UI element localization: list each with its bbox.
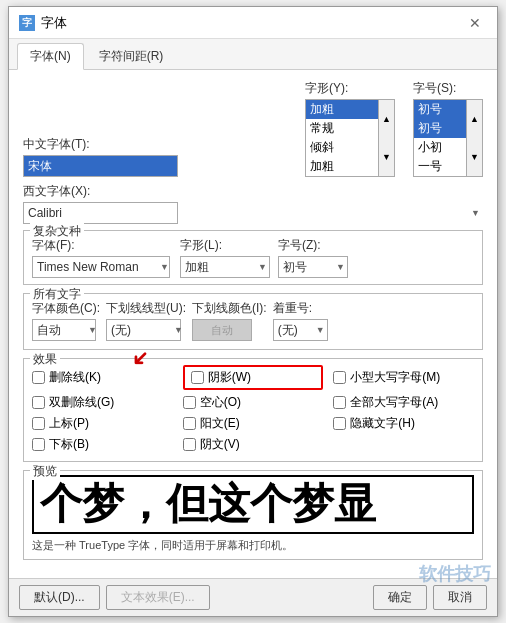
complex-style-select[interactable]: 加粗 <box>180 256 270 278</box>
shadow-checkbox[interactable] <box>191 371 204 384</box>
default-button[interactable]: 默认(D)... <box>19 585 100 610</box>
text-effect-button[interactable]: 文本效果(E)... <box>106 585 210 610</box>
alltext-section-label: 所有文字 <box>30 286 84 303</box>
close-button[interactable]: ✕ <box>463 11 487 35</box>
underline-select-wrapper: (无) ▼ <box>106 319 186 341</box>
superscript-label: 上标(P) <box>49 415 89 432</box>
weight-select-wrapper: (无) ▼ <box>273 319 328 341</box>
weight-select[interactable]: (无) <box>273 319 328 341</box>
weight-group: 着重号: (无) ▼ <box>273 300 328 341</box>
complex-section: 复杂文种 字体(F): Times New Roman ▼ 字形(L): <box>23 230 483 285</box>
outline-checkbox[interactable] <box>183 396 196 409</box>
complex-size-select[interactable]: 初号 <box>278 256 348 278</box>
chinese-font-select-wrapper: 宋体 ▼ <box>23 155 297 177</box>
subscript-label: 下标(B) <box>49 436 89 453</box>
tab-bar: 字体(N) 字符间距(R) <box>9 39 497 70</box>
double-strike-row: 双删除线(G) <box>32 394 173 411</box>
ok-button[interactable]: 确定 <box>373 585 427 610</box>
size-scroll-down[interactable]: ▼ <box>467 138 482 176</box>
effects-section-label: 效果 <box>30 351 60 368</box>
effects-section: 效果 ➜ 删除线(K) 阴影(W) 小型大写字母(M) <box>23 358 483 462</box>
preview-text: 个梦，但这个梦显 <box>32 475 474 533</box>
complex-size-select-wrapper: 初号 ▼ <box>278 256 348 278</box>
tab-spacing[interactable]: 字符间距(R) <box>86 43 177 69</box>
western-font-select[interactable]: Calibri <box>23 202 178 224</box>
preview-label: 预览 <box>30 463 60 480</box>
complex-font-select[interactable]: Times New Roman <box>32 256 170 278</box>
size-group: 字号(S): 初号 初号 小初 一号 ▲ ▼ <box>413 80 483 177</box>
complex-style-select-wrapper: 加粗 ▼ <box>180 256 270 278</box>
cancel-button[interactable]: 取消 <box>433 585 487 610</box>
western-font-label: 西文字体(X): <box>23 183 483 200</box>
complex-section-label: 复杂文种 <box>30 223 84 240</box>
title-bar: 字 字体 ✕ <box>9 7 497 39</box>
emboss-row: 阳文(E) <box>183 415 324 432</box>
chinese-font-group: 中文字体(T): 宋体 ▼ <box>23 136 297 177</box>
strikethrough-label: 删除线(K) <box>49 369 101 386</box>
shadow-label: 阴影(W) <box>208 369 251 386</box>
size-label: 字号(S): <box>413 80 483 97</box>
dialog-footer: 默认(D)... 文本效果(E)... 确定 取消 <box>9 578 497 616</box>
alltext-section: 所有文字 字体颜色(C): 自动 ▼ 下划线线型(U): (无) <box>23 293 483 350</box>
chinese-font-arrow: ▼ <box>285 161 294 171</box>
footer-left: 默认(D)... 文本效果(E)... <box>19 585 210 610</box>
hidden-row: 隐藏文字(H) <box>333 415 474 432</box>
strikethrough-row: 删除线(K) <box>32 365 173 390</box>
all-caps-label: 全部大写字母(A) <box>350 394 438 411</box>
title-bar-left: 字 字体 <box>19 14 67 32</box>
all-caps-checkbox[interactable] <box>333 396 346 409</box>
style-scroll-up[interactable]: ▲ <box>379 100 394 138</box>
font-color-select[interactable]: 自动 <box>32 319 96 341</box>
engrave-row: 阴文(V) <box>183 436 324 453</box>
weight-label: 着重号: <box>273 300 328 317</box>
subscript-row: 下标(B) <box>32 436 173 453</box>
font-dialog: 字 字体 ✕ 字体(N) 字符间距(R) 中文字体(T): 宋体 ▼ 字形(Y) <box>8 6 498 616</box>
font-color-select-wrapper: 自动 ▼ <box>32 319 100 341</box>
emboss-checkbox[interactable] <box>183 417 196 430</box>
superscript-row: 上标(P) <box>32 415 173 432</box>
superscript-checkbox[interactable] <box>32 417 45 430</box>
style-label: 字形(Y): <box>305 80 405 97</box>
footer-right: 确定 取消 <box>373 585 487 610</box>
double-strike-label: 双删除线(G) <box>49 394 114 411</box>
underline-select[interactable]: (无) <box>106 319 181 341</box>
complex-font-group: 字体(F): Times New Roman ▼ <box>32 237 172 278</box>
size-scroll-up[interactable]: ▲ <box>467 100 482 138</box>
small-caps-label: 小型大写字母(M) <box>350 369 440 386</box>
dialog-title: 字体 <box>41 14 67 32</box>
hidden-checkbox[interactable] <box>333 417 346 430</box>
tab-font[interactable]: 字体(N) <box>17 43 84 70</box>
underline-label: 下划线线型(U): <box>106 300 186 317</box>
effects-grid: 删除线(K) 阴影(W) 小型大写字母(M) 双删除线(G) 空心(O <box>32 365 474 453</box>
underline-color-box: 自动 <box>192 319 252 341</box>
western-font-arrow: ▼ <box>471 208 480 218</box>
dialog-body: 中文字体(T): 宋体 ▼ 字形(Y): 加粗 常规 倾斜 加粗 <box>9 70 497 577</box>
subscript-checkbox[interactable] <box>32 438 45 451</box>
strikethrough-checkbox[interactable] <box>32 371 45 384</box>
complex-size-group: 字号(Z): 初号 ▼ <box>278 237 348 278</box>
style-group: 字形(Y): 加粗 常规 倾斜 加粗 ▲ ▼ <box>305 80 405 177</box>
small-caps-checkbox[interactable] <box>333 371 346 384</box>
emboss-label: 阳文(E) <box>200 415 240 432</box>
font-color-group: 字体颜色(C): 自动 ▼ <box>32 300 100 341</box>
all-caps-row: 全部大写字母(A) <box>333 394 474 411</box>
complex-font-select-wrapper: Times New Roman ▼ <box>32 256 172 278</box>
small-caps-row: 小型大写字母(M) <box>333 365 474 390</box>
preview-hint: 这是一种 TrueType 字体，同时适用于屏幕和打印机。 <box>32 538 474 553</box>
outline-label: 空心(O) <box>200 394 241 411</box>
complex-style-group: 字形(L): 加粗 ▼ <box>180 237 270 278</box>
outline-row: 空心(O) <box>183 394 324 411</box>
engrave-label: 阴文(V) <box>200 436 240 453</box>
dialog-icon: 字 <box>19 15 35 31</box>
underline-color-value: 自动 <box>211 323 233 338</box>
style-scroll-down[interactable]: ▼ <box>379 138 394 176</box>
double-strike-checkbox[interactable] <box>32 396 45 409</box>
hidden-label: 隐藏文字(H) <box>350 415 415 432</box>
chinese-font-select[interactable]: 宋体 <box>23 155 178 177</box>
western-font-select-wrapper: Calibri ▼ <box>23 202 483 224</box>
engrave-checkbox[interactable] <box>183 438 196 451</box>
western-font-group: 西文字体(X): Calibri ▼ <box>23 183 483 224</box>
alltext-row: 字体颜色(C): 自动 ▼ 下划线线型(U): (无) ▼ <box>32 300 474 341</box>
chinese-font-label: 中文字体(T): <box>23 136 297 153</box>
shadow-row: 阴影(W) <box>183 365 324 390</box>
